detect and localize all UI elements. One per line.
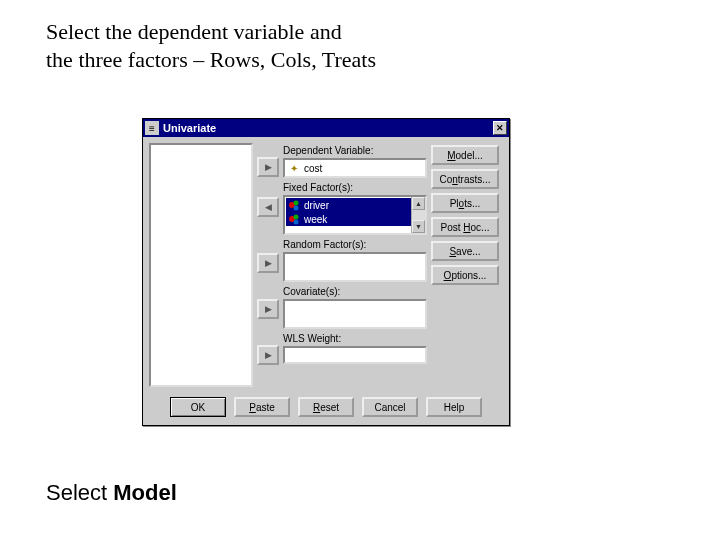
fixed-scrollbar[interactable]: ▲ ▼ — [411, 197, 425, 233]
svg-point-4 — [294, 215, 299, 220]
instruction-text-bottom: Select Model — [46, 480, 177, 506]
reset-button[interactable]: Reset — [298, 397, 354, 417]
fixed-label: Fixed Factor(s): — [283, 182, 427, 193]
dependent-field[interactable]: ✦ cost — [283, 158, 427, 178]
scale-icon: ✦ — [288, 162, 300, 174]
plots-button[interactable]: Plots... — [431, 193, 499, 213]
fixed-item-0: driver — [304, 200, 329, 211]
random-factors-field[interactable] — [283, 252, 427, 282]
fixed-item-1: week — [304, 214, 327, 225]
nominal-icon — [288, 213, 300, 225]
move-dependent-button[interactable]: ▶ — [257, 157, 279, 177]
move-fixed-button[interactable]: ◀ — [257, 197, 279, 217]
svg-point-5 — [294, 220, 299, 225]
wls-label: WLS Weight: — [283, 333, 427, 344]
ok-button[interactable]: OK — [170, 397, 226, 417]
scroll-down-icon[interactable]: ▼ — [412, 220, 425, 233]
move-random-button[interactable]: ▶ — [257, 253, 279, 273]
save-button[interactable]: Save... — [431, 241, 499, 261]
move-wls-button[interactable]: ▶ — [257, 345, 279, 365]
close-icon[interactable]: ✕ — [493, 121, 507, 135]
list-item: driver — [286, 198, 424, 212]
fixed-factors-field[interactable]: driver week ▲ ▼ — [283, 195, 427, 235]
covariates-field[interactable] — [283, 299, 427, 329]
svg-point-2 — [294, 206, 299, 211]
svg-point-1 — [294, 201, 299, 206]
nominal-icon — [288, 199, 300, 211]
dialog-title: Univariate — [163, 122, 493, 134]
dependent-value: cost — [304, 163, 322, 174]
options-button[interactable]: Options... — [431, 265, 499, 285]
app-icon: ≡ — [145, 121, 159, 135]
random-label: Random Factor(s): — [283, 239, 427, 250]
list-item: week — [286, 212, 424, 226]
wls-field[interactable] — [283, 346, 427, 364]
univariate-dialog: ≡ Univariate ✕ ▶ ◀ ▶ ▶ ▶ Dependent Varia… — [142, 118, 510, 426]
instruction-text-top: Select the dependent variable and the th… — [46, 18, 376, 73]
cancel-button[interactable]: Cancel — [362, 397, 418, 417]
titlebar[interactable]: ≡ Univariate ✕ — [143, 119, 509, 137]
posthoc-button[interactable]: Post Hoc... — [431, 217, 499, 237]
scroll-up-icon[interactable]: ▲ — [412, 197, 425, 210]
contrasts-button[interactable]: Contrasts... — [431, 169, 499, 189]
help-button[interactable]: Help — [426, 397, 482, 417]
source-variable-list[interactable] — [149, 143, 253, 387]
move-covariate-button[interactable]: ▶ — [257, 299, 279, 319]
paste-button[interactable]: Paste — [234, 397, 290, 417]
covariates-label: Covariate(s): — [283, 286, 427, 297]
dependent-label: Dependent Variable: — [283, 145, 427, 156]
model-button[interactable]: Model... — [431, 145, 499, 165]
